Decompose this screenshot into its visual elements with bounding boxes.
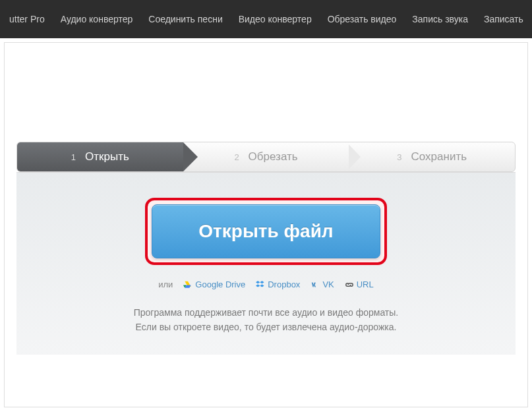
- step-open[interactable]: 1 Открыть: [17, 142, 183, 171]
- step-label: Сохранить: [411, 150, 467, 163]
- nav-item-cutter-pro[interactable]: utter Pro: [9, 14, 45, 24]
- or-label: или: [158, 280, 173, 289]
- nav-item-join-songs[interactable]: Соединить песни: [148, 14, 222, 24]
- desc-line-1: Программа поддерживает почти все аудио и…: [16, 305, 516, 320]
- main-panel: Открыть файл или Google Drive Dropbox VK…: [16, 172, 516, 355]
- vk-link[interactable]: VK: [310, 280, 334, 289]
- desc-line-2: Если вы откроете видео, то будет извлече…: [16, 320, 516, 334]
- highlight-annotation: Открыть файл: [145, 198, 386, 265]
- vk-icon: [310, 280, 320, 289]
- wizard-steps: 1 Открыть 2 Обрезать 3 Сохранить: [16, 142, 516, 172]
- step-label: Обрезать: [249, 150, 298, 163]
- dropbox-icon: [256, 280, 265, 289]
- nav-item-cut-video[interactable]: Обрезать видео: [328, 14, 397, 24]
- top-navigation: utter Pro Аудио конвертер Соединить песн…: [0, 0, 532, 38]
- nav-item-record[interactable]: Записать: [484, 14, 523, 24]
- url-link[interactable]: URL: [345, 280, 374, 289]
- step-save[interactable]: 3 Сохранить: [349, 142, 515, 171]
- google-drive-link[interactable]: Google Drive: [183, 280, 245, 289]
- nav-item-video-converter[interactable]: Видео конвертер: [239, 14, 312, 24]
- dropbox-link[interactable]: Dropbox: [256, 280, 300, 289]
- step-label: Открыть: [85, 150, 129, 163]
- description-text: Программа поддерживает почти все аудио и…: [16, 305, 516, 335]
- nav-item-audio-converter[interactable]: Аудио конвертер: [61, 14, 133, 24]
- open-file-button[interactable]: Открыть файл: [152, 204, 380, 258]
- step-number: 3: [397, 152, 401, 162]
- step-number: 1: [71, 152, 76, 162]
- alternative-sources: или Google Drive Dropbox VK URL: [16, 280, 516, 289]
- nav-item-record-audio[interactable]: Запись звука: [412, 14, 468, 24]
- link-icon: [345, 280, 354, 289]
- step-number: 2: [234, 152, 239, 162]
- content-frame: 1 Открыть 2 Обрезать 3 Сохранить Открыть…: [4, 42, 528, 407]
- google-drive-icon: [183, 280, 192, 289]
- step-cut[interactable]: 2 Обрезать: [183, 142, 349, 171]
